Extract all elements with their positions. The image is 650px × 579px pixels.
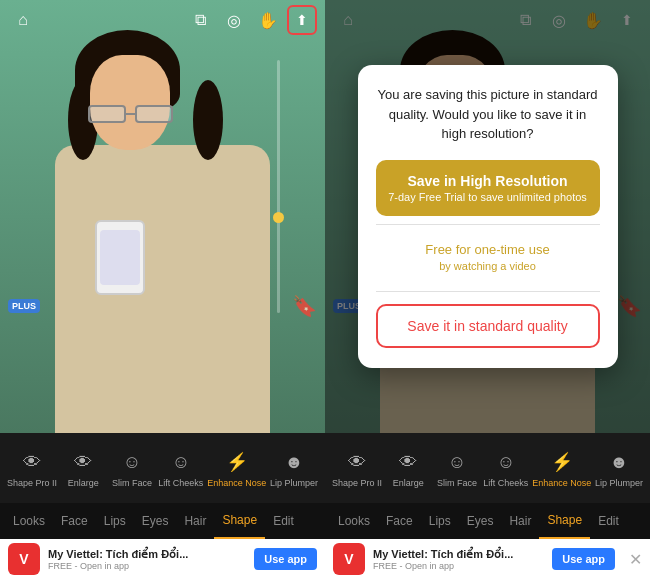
free-video-button[interactable]: Free for one-time use by watching a vide… xyxy=(376,229,600,287)
right-tool-shape-pro[interactable]: 👁 Shape Pro II xyxy=(332,448,382,488)
use-app-button[interactable]: Use app xyxy=(254,548,317,570)
right-ad-logo: V xyxy=(333,543,365,575)
save-high-res-label: Save in High Resolution xyxy=(407,173,567,189)
ad-logo: V xyxy=(8,543,40,575)
slider-thumb[interactable] xyxy=(273,212,284,223)
right-enhance-nose-icon: ⚡ xyxy=(548,448,576,476)
tab-face[interactable]: Face xyxy=(53,503,96,539)
tab-edit[interactable]: Edit xyxy=(265,503,302,539)
right-tool-lift-cheeks-label: Lift Cheeks xyxy=(483,478,528,488)
left-top-toolbar: ⌂ ⧉ ◎ ✋ ⬆ xyxy=(0,0,325,40)
tool-shape-pro[interactable]: 👁 Shape Pro II xyxy=(7,448,57,488)
right-ad-banner: V My Viettel: Tích điểm Đổi... FREE - Op… xyxy=(325,539,650,579)
right-tool-lip-plumper-label: Lip Plumper xyxy=(595,478,643,488)
right-tool-slim-face-label: Slim Face xyxy=(437,478,477,488)
free-video-sub: by watching a video xyxy=(386,259,590,274)
modal-overlay: You are saving this picture in standard … xyxy=(325,0,650,433)
right-ad-title: My Viettel: Tích điểm Đổi... xyxy=(373,548,544,561)
right-tab-looks[interactable]: Looks xyxy=(330,503,378,539)
left-panel: ⌂ ⧉ ◎ ✋ ⬆ ℹ ↩ PLUS 🔖 👁 Shape Pro II xyxy=(0,0,325,579)
save-icon[interactable]: ⬆ xyxy=(287,5,317,35)
enlarge-icon: 👁 xyxy=(69,448,97,476)
tab-lips[interactable]: Lips xyxy=(96,503,134,539)
modal-card: You are saving this picture in standard … xyxy=(358,65,618,368)
tool-lift-cheeks-label: Lift Cheeks xyxy=(158,478,203,488)
right-slim-face-icon: ☺ xyxy=(443,448,471,476)
tab-hair[interactable]: Hair xyxy=(176,503,214,539)
tool-slim-face-label: Slim Face xyxy=(112,478,152,488)
right-tool-enlarge-label: Enlarge xyxy=(393,478,424,488)
tab-eyes[interactable]: Eyes xyxy=(134,503,177,539)
right-tab-lips[interactable]: Lips xyxy=(421,503,459,539)
vertical-slider[interactable] xyxy=(277,60,280,313)
right-panel: ⌂ ⧉ ◎ ✋ ⬆ PLUS 🔖 You are saving this pic… xyxy=(325,0,650,579)
save-high-res-button[interactable]: Save in High Resolution 7-day Free Trial… xyxy=(376,160,600,216)
copy-icon[interactable]: ⧉ xyxy=(185,5,215,35)
right-tool-slim-face[interactable]: ☺ Slim Face xyxy=(435,448,480,488)
right-shape-pro-icon: 👁 xyxy=(343,448,371,476)
plus-badge: PLUS xyxy=(8,299,40,313)
tool-lift-cheeks[interactable]: ☺ Lift Cheeks xyxy=(158,448,203,488)
right-ad-subtitle: FREE - Open in app xyxy=(373,561,544,571)
shape-pro-icon: 👁 xyxy=(18,448,46,476)
ad-title: My Viettel: Tích điểm Đổi... xyxy=(48,548,246,561)
free-video-label: Free for one-time use xyxy=(425,242,549,257)
left-photo-area: ⌂ ⧉ ◎ ✋ ⬆ ℹ ↩ PLUS 🔖 xyxy=(0,0,325,433)
ad-subtitle: FREE - Open in app xyxy=(48,561,246,571)
right-tool-enhance-nose[interactable]: ⚡ Enhance Nose xyxy=(532,448,591,488)
right-tool-lift-cheeks[interactable]: ☺ Lift Cheeks xyxy=(483,448,528,488)
right-lift-cheeks-icon: ☺ xyxy=(492,448,520,476)
right-tool-enhance-nose-label: Enhance Nose xyxy=(532,478,591,488)
right-tab-eyes[interactable]: Eyes xyxy=(459,503,502,539)
right-photo-area: ⌂ ⧉ ◎ ✋ ⬆ PLUS 🔖 You are saving this pic… xyxy=(325,0,650,433)
tool-enlarge-label: Enlarge xyxy=(68,478,99,488)
tab-shape[interactable]: Shape xyxy=(214,503,265,539)
right-toolbar-icons: ⧉ ◎ ✋ ⬆ xyxy=(185,5,317,35)
lift-cheeks-icon: ☺ xyxy=(167,448,195,476)
hand-icon[interactable]: ✋ xyxy=(253,5,283,35)
save-standard-button[interactable]: Save it in standard quality xyxy=(376,304,600,348)
slim-face-icon: ☺ xyxy=(118,448,146,476)
divider-1 xyxy=(376,224,600,225)
tool-shape-pro-label: Shape Pro II xyxy=(7,478,57,488)
tool-enhance-nose[interactable]: ⚡ Enhance Nose xyxy=(207,448,266,488)
right-tool-lip-plumper[interactable]: ☻ Lip Plumper xyxy=(595,448,643,488)
lip-plumper-icon: ☻ xyxy=(280,448,308,476)
right-nav-tabs: Looks Face Lips Eyes Hair Shape Edit xyxy=(325,503,650,539)
modal-message: You are saving this picture in standard … xyxy=(376,85,600,144)
left-tool-bar: 👁 Shape Pro II 👁 Enlarge ☺ Slim Face ☺ L… xyxy=(0,433,325,503)
right-lip-plumper-icon: ☻ xyxy=(605,448,633,476)
right-tool-shape-pro-label: Shape Pro II xyxy=(332,478,382,488)
right-tab-hair[interactable]: Hair xyxy=(501,503,539,539)
tool-enhance-nose-label: Enhance Nose xyxy=(207,478,266,488)
left-ad-banner: V My Viettel: Tích điểm Đổi... FREE - Op… xyxy=(0,539,325,579)
right-tab-shape[interactable]: Shape xyxy=(539,503,590,539)
right-tab-edit[interactable]: Edit xyxy=(590,503,627,539)
left-nav-tabs: Looks Face Lips Eyes Hair Shape Edit xyxy=(0,503,325,539)
right-enlarge-icon: 👁 xyxy=(394,448,422,476)
tool-lip-plumper[interactable]: ☻ Lip Plumper xyxy=(270,448,318,488)
right-tool-bar: 👁 Shape Pro II 👁 Enlarge ☺ Slim Face ☺ L… xyxy=(325,433,650,503)
face-icon[interactable]: ◎ xyxy=(219,5,249,35)
save-high-res-sub: 7-day Free Trial to save unlimited photo… xyxy=(386,190,590,204)
ad-text: My Viettel: Tích điểm Đổi... FREE - Open… xyxy=(48,548,246,571)
bookmark-icon[interactable]: 🔖 xyxy=(292,294,317,318)
right-tab-face[interactable]: Face xyxy=(378,503,421,539)
right-ad-text: My Viettel: Tích điểm Đổi... FREE - Open… xyxy=(373,548,544,571)
enhance-nose-icon: ⚡ xyxy=(223,448,251,476)
tool-lip-plumper-label: Lip Plumper xyxy=(270,478,318,488)
home-icon[interactable]: ⌂ xyxy=(8,5,38,35)
right-tool-enlarge[interactable]: 👁 Enlarge xyxy=(386,448,431,488)
tool-enlarge[interactable]: 👁 Enlarge xyxy=(61,448,106,488)
right-use-app-button[interactable]: Use app xyxy=(552,548,615,570)
divider-2 xyxy=(376,291,600,292)
tab-looks[interactable]: Looks xyxy=(5,503,53,539)
close-ad-button[interactable]: ✕ xyxy=(629,550,642,569)
tool-slim-face[interactable]: ☺ Slim Face xyxy=(110,448,155,488)
